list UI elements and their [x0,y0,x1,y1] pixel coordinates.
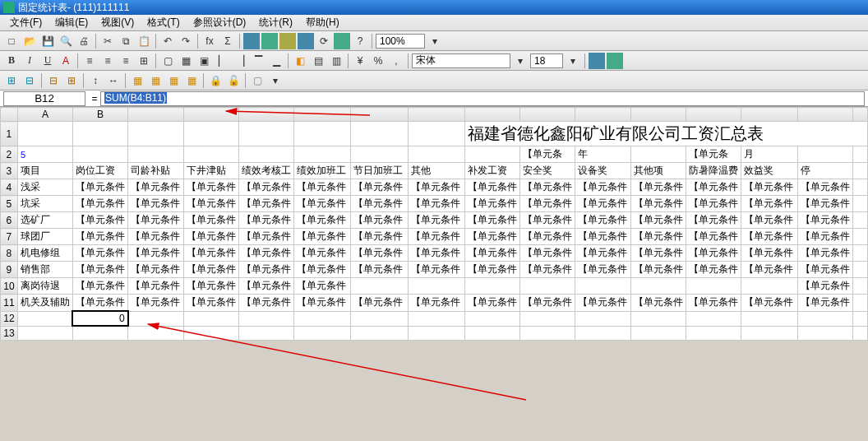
cell[interactable]: 司龄补贴 [128,163,183,179]
cell[interactable]: 【单元条件 [72,179,127,196]
row-header[interactable]: 4 [1,179,18,196]
menu-refdesign[interactable]: 参照设计(D) [187,14,253,31]
column-header[interactable] [183,108,238,122]
font-size-input[interactable] [530,53,563,68]
cell[interactable]: 安全奖 [519,163,575,179]
border-outer-icon[interactable]: ▣ [196,53,212,69]
cell[interactable]: 【单元条件 [575,196,630,212]
cell[interactable]: 【单元条件 [183,229,238,245]
cell[interactable]: 【单元条件 [686,295,741,312]
cell[interactable]: 【单元条件 [408,229,464,245]
comma-button[interactable]: , [388,53,404,69]
column-header[interactable] [238,108,293,122]
italic-button[interactable]: I [21,53,38,69]
redo-button[interactable]: ↷ [178,33,194,49]
cell[interactable]: 【单元条件 [183,179,238,196]
cell[interactable]: 【单元条件 [464,262,519,278]
cell[interactable]: 【单元条件 [408,196,464,212]
cell[interactable] [128,146,183,163]
cell[interactable]: 【单元条件 [630,295,686,312]
font-name-input[interactable] [412,53,510,68]
misc-icon-1[interactable] [589,53,605,69]
cell[interactable]: 【单元条件 [72,295,127,312]
cell[interactable]: 【单元条件 [294,278,351,295]
cell[interactable] [17,311,72,326]
export-icon[interactable] [334,33,350,49]
row-header[interactable]: 12 [1,311,18,326]
filter-icon[interactable] [261,33,278,49]
cell[interactable]: 【单元条件 [72,196,127,212]
cell[interactable]: 【单元条件 [408,262,464,278]
cell[interactable]: 【单元条件 [630,229,686,245]
cell[interactable] [464,326,519,340]
cell[interactable] [798,146,853,163]
cell[interactable] [408,311,464,326]
cell[interactable]: 【单元条件 [519,212,575,229]
cell[interactable] [183,146,238,163]
cell[interactable]: 【单元条件 [72,262,127,278]
cell[interactable]: 【单元条件 [238,262,293,278]
help-icon[interactable]: ? [352,33,368,49]
cell[interactable] [741,311,797,326]
select-all-corner[interactable] [1,108,18,122]
print-button[interactable]: 🖨 [76,33,92,49]
delete-col-icon[interactable]: ⊞ [63,72,80,89]
border-all-icon[interactable]: ▦ [178,53,194,69]
line-style-icon[interactable]: ▥ [328,53,344,69]
cell[interactable]: 机电修组 [17,245,72,262]
cell[interactable]: 【单元条件 [575,295,630,312]
cell[interactable] [408,326,464,340]
menu-format[interactable]: 格式(T) [141,14,186,31]
group-icon[interactable] [298,33,314,49]
cell[interactable] [464,146,519,163]
cell[interactable]: 【单元条件 [575,212,630,229]
cell[interactable]: 其他项 [630,163,686,179]
cell[interactable]: 【单元条件 [741,229,797,245]
row-header[interactable]: 2 [1,146,18,163]
col-width-icon[interactable]: ↔ [105,72,122,89]
cell[interactable] [630,146,686,163]
cell[interactable]: 【单元条件 [630,262,686,278]
cell[interactable]: 【单元条件 [294,245,351,262]
cell[interactable]: 停 [798,163,853,179]
cell[interactable]: 【单元条件 [464,196,519,212]
cell[interactable] [686,278,741,295]
cell[interactable]: 效益奖 [741,163,797,179]
cell[interactable]: 岗位工资 [72,163,127,179]
cell-reference-input[interactable] [3,91,85,106]
percent-button[interactable]: % [370,53,386,69]
cell[interactable] [351,122,408,146]
menu-view[interactable]: 视图(V) [95,14,141,31]
cell[interactable] [519,311,575,326]
column-header[interactable] [294,108,351,122]
cell[interactable]: 【单元条件 [519,262,575,278]
cell[interactable] [853,179,868,196]
cell[interactable]: 【单元条件 [519,179,575,196]
cell[interactable]: 月 [741,146,797,163]
cell[interactable] [853,326,868,340]
cell[interactable] [741,278,797,295]
cell[interactable]: 【单元条件 [798,278,853,295]
cell[interactable] [853,295,868,312]
cell[interactable] [183,122,238,146]
cell[interactable]: 【单元条件 [408,179,464,196]
border-bottom-icon[interactable]: ▁ [268,53,284,69]
cell[interactable] [519,326,575,340]
cell[interactable] [294,311,351,326]
cell[interactable]: 项目 [17,163,72,179]
cell[interactable]: 【单元条件 [294,295,351,312]
column-header[interactable] [351,108,408,122]
cell[interactable]: 【单元条件 [741,179,797,196]
unfreeze-icon[interactable]: ▦ [147,72,164,89]
cell[interactable]: 【单元条件 [294,262,351,278]
row-header[interactable]: 11 [1,295,18,312]
row-header[interactable]: 10 [1,278,18,295]
cell[interactable]: 【单元条件 [519,196,575,212]
cell[interactable]: 其他 [408,163,464,179]
chart-icon[interactable] [243,33,260,49]
cell[interactable]: 【单元条件 [351,196,408,212]
cell[interactable]: 离岗待退 [17,278,72,295]
cell[interactable]: 机关及辅助 [17,295,72,312]
border-none-icon[interactable]: ▢ [159,53,176,69]
sum-button[interactable]: Σ [219,33,236,49]
